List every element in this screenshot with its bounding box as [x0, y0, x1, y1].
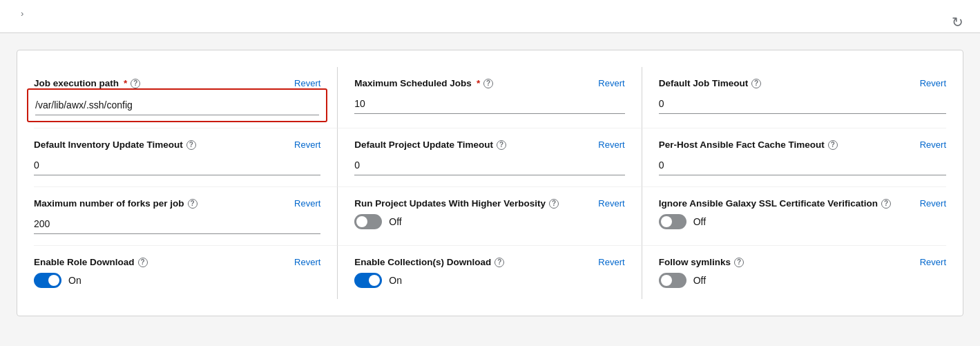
- info-icon-maximum-scheduled-jobs[interactable]: ?: [483, 79, 493, 88]
- info-icon-ignore-ansible-galaxy-ssl-certificate-verification[interactable]: ?: [881, 199, 891, 209]
- info-icon-enable-role-download[interactable]: ?: [138, 258, 148, 267]
- input-default-project-update-timeout[interactable]: [354, 155, 624, 175]
- field-label-run-project-updates-with-higher-verbosity: Run Project Updates With Higher Verbosit…: [354, 198, 559, 209]
- form-group-maximum-number-of-forks-per-job: Maximum number of forks per job?Revert: [34, 187, 338, 246]
- revert-btn-follow-symlinks[interactable]: Revert: [920, 257, 946, 267]
- toggle-row-enable-role-download: On: [34, 273, 320, 288]
- revert-btn-maximum-number-of-forks-per-job[interactable]: Revert: [294, 198, 320, 209]
- revert-btn-default-project-update-timeout[interactable]: Revert: [598, 140, 624, 150]
- field-label-text-enable-collections-download: Enable Collection(s) Download: [354, 257, 491, 267]
- form-group-maximum-scheduled-jobs: Maximum Scheduled Jobs *?Revert: [338, 67, 642, 128]
- toggle-row-enable-collections-download: On: [354, 273, 624, 288]
- field-label-default-inventory-update-timeout: Default Inventory Update Timeout?: [34, 140, 196, 150]
- info-icon-default-job-timeout[interactable]: ?: [751, 79, 761, 88]
- field-label-ignore-ansible-galaxy-ssl-certificate-verification: Ignore Ansible Galaxy SSL Certificate Ve…: [659, 198, 891, 209]
- toggle-row-ignore-ansible-galaxy-ssl-certificate-verification: Off: [659, 214, 946, 229]
- field-label-text-default-inventory-update-timeout: Default Inventory Update Timeout: [34, 140, 183, 150]
- history-icon[interactable]: ↻: [952, 14, 963, 30]
- form-group-default-inventory-update-timeout: Default Inventory Update Timeout?Revert: [34, 128, 338, 187]
- field-label-text-default-project-update-timeout: Default Project Update Timeout: [354, 140, 493, 150]
- info-icon-default-inventory-update-timeout[interactable]: ?: [186, 140, 196, 150]
- revert-btn-ignore-ansible-galaxy-ssl-certificate-verification[interactable]: Revert: [920, 198, 946, 209]
- field-label-text-run-project-updates-with-higher-verbosity: Run Project Updates With Higher Verbosit…: [354, 198, 546, 209]
- form-group-per-host-ansible-fact-cache-timeout: Per-Host Ansible Fact Cache Timeout?Reve…: [642, 128, 946, 187]
- field-label-follow-symlinks: Follow symlinks?: [659, 257, 744, 267]
- field-label-default-job-timeout: Default Job Timeout?: [659, 78, 762, 88]
- toggle-label-ignore-ansible-galaxy-ssl-certificate-verification: Off: [693, 216, 706, 227]
- toggle-row-run-project-updates-with-higher-verbosity: Off: [354, 214, 624, 229]
- form-group-ignore-ansible-galaxy-ssl-certificate-verification: Ignore Ansible Galaxy SSL Certificate Ve…: [642, 187, 946, 246]
- breadcrumb: ›: [17, 8, 963, 19]
- toggle-thumb-enable-collections-download: [369, 275, 380, 286]
- toggle-track-enable-role-download: [34, 273, 61, 288]
- field-label-job-execution-path: Job execution path *?: [34, 78, 140, 88]
- field-label-text-default-job-timeout: Default Job Timeout: [659, 78, 749, 88]
- form-group-enable-role-download: Enable Role Download?RevertOn: [34, 246, 338, 299]
- toggle-track-run-project-updates-with-higher-verbosity: [354, 214, 382, 229]
- info-icon-maximum-number-of-forks-per-job[interactable]: ?: [188, 199, 198, 209]
- info-icon-follow-symlinks[interactable]: ?: [734, 258, 744, 267]
- info-icon-default-project-update-timeout[interactable]: ?: [497, 140, 506, 150]
- required-star-maximum-scheduled-jobs: *: [477, 78, 480, 88]
- revert-btn-default-job-timeout[interactable]: Revert: [920, 78, 946, 88]
- input-default-inventory-update-timeout[interactable]: [34, 155, 320, 175]
- toggle-enable-collections-download[interactable]: [354, 273, 382, 288]
- form-group-default-job-timeout: Default Job Timeout?Revert: [642, 67, 946, 128]
- form-group-job-execution-path: Job execution path *?Revert: [34, 67, 338, 128]
- toggle-label-enable-role-download: On: [68, 275, 81, 286]
- toggle-label-follow-symlinks: Off: [693, 275, 706, 286]
- field-label-text-enable-role-download: Enable Role Download: [34, 257, 135, 267]
- field-label-per-host-ansible-fact-cache-timeout: Per-Host Ansible Fact Cache Timeout?: [659, 140, 838, 150]
- field-label-enable-collections-download: Enable Collection(s) Download?: [354, 257, 504, 267]
- revert-btn-enable-role-download[interactable]: Revert: [294, 257, 320, 267]
- info-icon-per-host-ansible-fact-cache-timeout[interactable]: ?: [828, 140, 838, 150]
- input-job-execution-path[interactable]: [35, 95, 319, 115]
- toggle-label-enable-collections-download: On: [389, 275, 402, 286]
- info-icon-enable-collections-download[interactable]: ?: [494, 258, 504, 267]
- field-label-text-follow-symlinks: Follow symlinks: [659, 257, 731, 267]
- revert-btn-maximum-scheduled-jobs[interactable]: Revert: [598, 78, 624, 88]
- revert-btn-enable-collections-download[interactable]: Revert: [598, 257, 624, 267]
- toggle-follow-symlinks[interactable]: [659, 273, 686, 288]
- revert-btn-job-execution-path[interactable]: Revert: [294, 78, 320, 88]
- required-star-job-execution-path: *: [124, 78, 127, 88]
- input-maximum-number-of-forks-per-job[interactable]: [34, 214, 320, 234]
- toggle-label-run-project-updates-with-higher-verbosity: Off: [389, 216, 401, 227]
- info-icon-run-project-updates-with-higher-verbosity[interactable]: ?: [549, 199, 559, 209]
- toggle-enable-role-download[interactable]: [34, 273, 61, 288]
- field-highlighted-job-execution-path: [27, 88, 327, 122]
- form-group-run-project-updates-with-higher-verbosity: Run Project Updates With Higher Verbosit…: [338, 187, 642, 246]
- toggle-thumb-enable-role-download: [48, 275, 59, 286]
- toggle-thumb-ignore-ansible-galaxy-ssl-certificate-verification: [661, 216, 672, 227]
- toggle-row-follow-symlinks: Off: [659, 273, 946, 288]
- toggle-ignore-ansible-galaxy-ssl-certificate-verification[interactable]: [659, 214, 686, 229]
- field-label-enable-role-download: Enable Role Download?: [34, 257, 148, 267]
- toggle-thumb-run-project-updates-with-higher-verbosity: [356, 216, 367, 227]
- toggle-thumb-follow-symlinks: [661, 275, 672, 286]
- input-default-job-timeout[interactable]: [659, 94, 946, 114]
- breadcrumb-separator: ›: [21, 8, 23, 19]
- input-per-host-ansible-fact-cache-timeout[interactable]: [659, 155, 946, 175]
- revert-btn-run-project-updates-with-higher-verbosity[interactable]: Revert: [598, 198, 624, 209]
- field-label-text-ignore-ansible-galaxy-ssl-certificate-verification: Ignore Ansible Galaxy SSL Certificate Ve…: [659, 198, 878, 209]
- field-label-text-maximum-scheduled-jobs: Maximum Scheduled Jobs: [354, 78, 472, 88]
- toggle-track-enable-collections-download: [354, 273, 382, 288]
- revert-btn-per-host-ansible-fact-cache-timeout[interactable]: Revert: [920, 140, 946, 150]
- input-maximum-scheduled-jobs[interactable]: [354, 94, 624, 114]
- form-group-default-project-update-timeout: Default Project Update Timeout?Revert: [338, 128, 642, 187]
- field-label-maximum-number-of-forks-per-job: Maximum number of forks per job?: [34, 198, 198, 209]
- toggle-track-ignore-ansible-galaxy-ssl-certificate-verification: [659, 214, 686, 229]
- field-label-maximum-scheduled-jobs: Maximum Scheduled Jobs *?: [354, 78, 493, 88]
- form-group-enable-collections-download: Enable Collection(s) Download?RevertOn: [338, 246, 642, 299]
- field-label-text-job-execution-path: Job execution path: [34, 78, 119, 88]
- field-label-text-per-host-ansible-fact-cache-timeout: Per-Host Ansible Fact Cache Timeout: [659, 140, 825, 150]
- field-label-text-maximum-number-of-forks-per-job: Maximum number of forks per job: [34, 198, 184, 209]
- toggle-track-follow-symlinks: [659, 273, 686, 288]
- info-icon-job-execution-path[interactable]: ?: [131, 79, 140, 88]
- toggle-run-project-updates-with-higher-verbosity[interactable]: [354, 214, 382, 229]
- revert-btn-default-inventory-update-timeout[interactable]: Revert: [294, 140, 320, 150]
- field-label-default-project-update-timeout: Default Project Update Timeout?: [354, 140, 506, 150]
- form-group-follow-symlinks: Follow symlinks?RevertOff: [642, 246, 946, 299]
